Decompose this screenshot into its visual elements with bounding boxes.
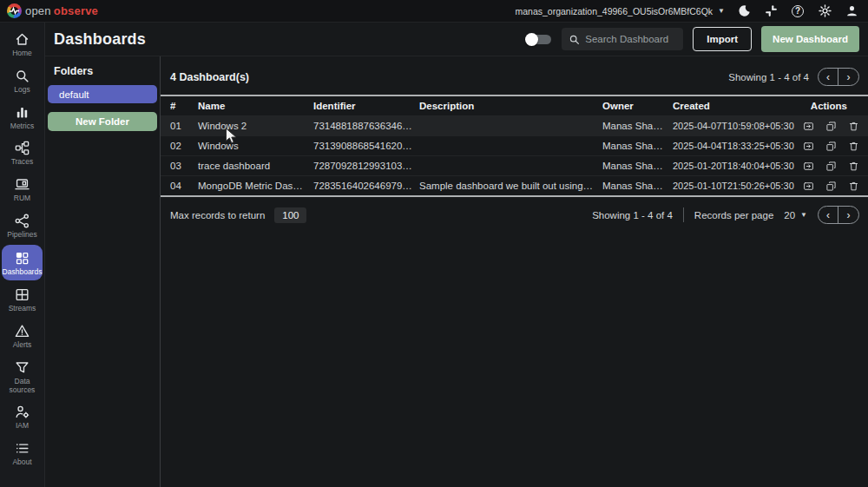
move-to-folder-icon[interactable] — [803, 180, 815, 192]
col-owner: Owner — [602, 101, 673, 111]
row-num: 03 — [170, 161, 198, 171]
sidebar-item-home[interactable]: Home — [0, 26, 44, 63]
chevron-left-icon: ‹ — [826, 72, 830, 82]
table-row[interactable]: 03 trace dashboard 7287092812993103568 M… — [161, 155, 868, 175]
duplicate-icon[interactable] — [825, 140, 838, 152]
row-num: 02 — [170, 141, 198, 151]
sidebar-item-label: About — [12, 458, 31, 467]
next-page-button[interactable]: › — [838, 207, 858, 223]
sidebar-item-data-sources[interactable]: Data sources — [0, 354, 44, 399]
row-owner: Manas Sharma — [602, 181, 673, 191]
sidebar-item-label: Alerts — [13, 341, 32, 350]
delete-icon[interactable] — [848, 180, 860, 192]
brand-text-open: open — [25, 4, 51, 17]
table-row[interactable]: 02 Windows 7313908868541620127 Manas Sha… — [161, 135, 868, 155]
duplicate-icon[interactable] — [825, 180, 838, 192]
row-owner: Manas Sharma — [602, 121, 673, 131]
organization-label: manas_organization_49966_OU5isOr6MBfC6Qk — [515, 6, 713, 16]
sidebar-item-iam[interactable]: IAM — [0, 398, 44, 435]
sidebar-item-traces[interactable]: Traces — [0, 135, 44, 171]
dashboard-search — [562, 28, 683, 50]
profile-icon[interactable] — [844, 3, 859, 19]
organization-selector[interactable]: manas_organization_49966_OU5isOr6MBfC6Qk… — [515, 6, 725, 16]
page-header: Dashboards Import New Dashboard — [45, 23, 868, 56]
row-actions — [803, 160, 868, 172]
user-gear-icon — [14, 404, 30, 420]
page-title: Dashboards — [54, 30, 146, 49]
home-icon — [14, 31, 30, 48]
settings-icon[interactable] — [817, 3, 832, 19]
row-identifier: 7287092812993103568 — [313, 161, 419, 171]
table-row[interactable]: 01 Windows 2 7314881887636346145 Manas S… — [161, 115, 868, 135]
sidebar-item-label: Metrics — [10, 122, 34, 131]
sidebar-item-about[interactable]: About — [0, 435, 44, 471]
row-created: 2025-01-10T21:50:26+05:30 — [673, 181, 803, 191]
max-records-input[interactable]: 100 — [274, 207, 306, 223]
prev-page-button[interactable]: ‹ — [819, 207, 838, 223]
sidebar-item-logs[interactable]: Logs — [0, 63, 44, 99]
top-pagination: Showing 1 - 4 of 4 ‹ › — [728, 68, 859, 86]
col-created: Created — [673, 101, 803, 111]
list-icon — [14, 440, 30, 457]
sidebar-nav: Home Logs Metrics Traces RUM Pipelines — [0, 23, 45, 487]
table-header-row: # Name Identifier Description Owner Crea… — [161, 96, 868, 115]
bar-chart-icon — [14, 104, 30, 121]
prev-page-button[interactable]: ‹ — [819, 69, 838, 85]
new-folder-button[interactable]: New Folder — [48, 112, 157, 131]
topbar: open observe manas_organization_49966_OU… — [0, 0, 868, 23]
search-input[interactable] — [585, 34, 676, 44]
records-per-page-label: Records per page — [694, 210, 773, 220]
delete-icon[interactable] — [848, 140, 860, 152]
chevron-right-icon: › — [847, 210, 851, 220]
next-page-button[interactable]: › — [838, 69, 858, 85]
dark-mode-icon[interactable] — [736, 3, 752, 19]
records-per-page-select[interactable]: 20 ▼ — [784, 210, 807, 220]
search-icon — [14, 68, 30, 84]
sidebar-item-label: Data sources — [3, 378, 43, 395]
slack-icon[interactable] — [763, 3, 779, 19]
import-button[interactable]: Import — [693, 27, 752, 51]
help-icon[interactable]: ? — [790, 3, 806, 19]
delete-icon[interactable] — [848, 120, 860, 132]
sidebar-item-label: Dashboards — [3, 268, 43, 277]
dashboards-content: 4 Dashboard(s) Showing 1 - 4 of 4 ‹ › # — [161, 56, 868, 487]
row-description: Sample dashboard we built out using the … — [419, 181, 602, 191]
move-to-folder-icon[interactable] — [803, 160, 815, 172]
move-to-folder-icon[interactable] — [803, 140, 815, 152]
sidebar-item-alerts[interactable]: Alerts — [0, 318, 44, 354]
row-created: 2025-04-04T18:33:25+05:30 — [673, 141, 803, 151]
col-name: Name — [198, 101, 313, 111]
sidebar-item-metrics[interactable]: Metrics — [0, 99, 44, 135]
chevron-right-icon: › — [847, 72, 851, 82]
pager-bottom: ‹ › — [818, 206, 859, 224]
sidebar-item-pipelines[interactable]: Pipelines — [0, 207, 44, 244]
sidebar-item-label: Pipelines — [7, 231, 37, 240]
sidebar-item-rum[interactable]: RUM — [0, 171, 44, 207]
brand-logo: open observe — [7, 3, 98, 18]
sidebar-item-streams[interactable]: Streams — [0, 281, 44, 318]
brand-text-observe: observe — [54, 4, 98, 17]
chevron-left-icon: ‹ — [826, 210, 830, 220]
duplicate-icon[interactable] — [825, 160, 838, 172]
sidebar-item-dashboards[interactable]: Dashboards — [2, 245, 43, 281]
delete-icon[interactable] — [848, 160, 860, 172]
row-actions — [803, 180, 868, 192]
move-to-folder-icon[interactable] — [803, 120, 815, 132]
theme-toggle[interactable] — [525, 33, 552, 46]
table-row[interactable]: 04 MongoDB Metric Dashboard 728351640264… — [161, 175, 868, 195]
new-dashboard-button[interactable]: New Dashboard — [761, 26, 859, 52]
col-num: # — [170, 101, 198, 111]
sidebar-item-label: Home — [12, 49, 32, 58]
row-name: Windows — [198, 141, 313, 151]
dashboard-count: 4 Dashboard(s) — [170, 71, 249, 83]
row-owner: Manas Sharma — [602, 141, 673, 151]
app-root: open observe manas_organization_49966_OU… — [0, 0, 868, 487]
question-mark-glyph: ? — [792, 5, 804, 17]
openobserve-logo-icon — [7, 3, 22, 18]
row-identifier: 7313908868541620127 — [313, 141, 419, 151]
folder-item-default[interactable]: default — [48, 85, 157, 103]
search-icon — [569, 34, 580, 45]
row-num: 04 — [170, 181, 198, 191]
duplicate-icon[interactable] — [825, 120, 838, 132]
sidebar-item-label: Streams — [9, 305, 36, 313]
